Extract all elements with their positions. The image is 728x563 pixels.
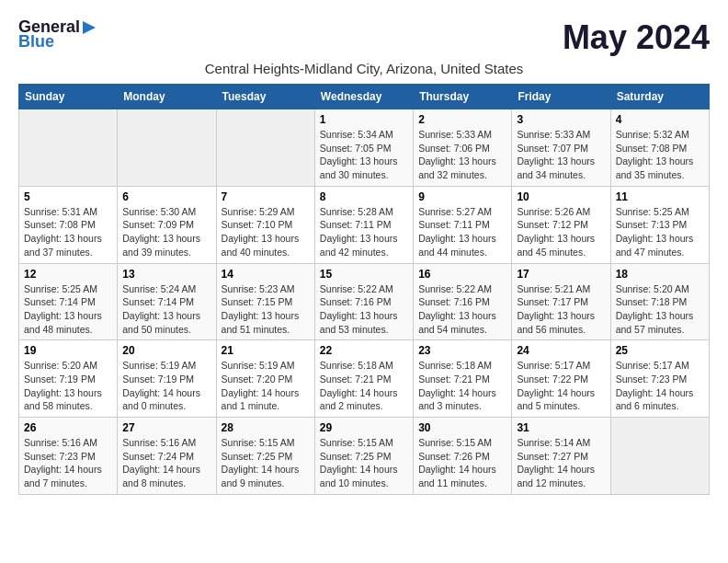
logo: General Blue [18, 18, 97, 52]
day-info: Sunrise: 5:14 AM Sunset: 7:27 PM Dayligh… [517, 436, 605, 490]
calendar-cell: 5Sunrise: 5:31 AM Sunset: 7:08 PM Daylig… [19, 186, 118, 263]
calendar-cell: 8Sunrise: 5:28 AM Sunset: 7:11 PM Daylig… [314, 186, 413, 263]
day-info: Sunrise: 5:25 AM Sunset: 7:13 PM Dayligh… [616, 205, 704, 259]
day-number: 4 [616, 113, 704, 126]
day-info: Sunrise: 5:30 AM Sunset: 7:09 PM Dayligh… [122, 205, 210, 259]
location-title: Central Heights-Midland City, Arizona, U… [18, 61, 710, 76]
day-number: 8 [320, 190, 408, 203]
day-number: 22 [320, 344, 408, 357]
day-info: Sunrise: 5:21 AM Sunset: 7:17 PM Dayligh… [517, 282, 605, 337]
day-number: 29 [320, 421, 408, 434]
calendar-cell: 18Sunrise: 5:20 AM Sunset: 7:18 PM Dayli… [610, 263, 709, 340]
calendar-cell: 22Sunrise: 5:18 AM Sunset: 7:21 PM Dayli… [314, 340, 413, 418]
day-info: Sunrise: 5:22 AM Sunset: 7:16 PM Dayligh… [320, 282, 408, 337]
day-info: Sunrise: 5:26 AM Sunset: 7:12 PM Dayligh… [517, 205, 605, 259]
day-number: 23 [418, 344, 506, 357]
day-number: 7 [222, 190, 310, 203]
calendar-cell: 20Sunrise: 5:19 AM Sunset: 7:19 PM Dayli… [118, 340, 216, 418]
calendar-cell: 11Sunrise: 5:25 AM Sunset: 7:13 PM Dayli… [610, 186, 709, 263]
day-info: Sunrise: 5:33 AM Sunset: 7:06 PM Dayligh… [418, 128, 506, 182]
day-of-week-header: Wednesday [314, 85, 413, 109]
calendar-table: SundayMondayTuesdayWednesdayThursdayFrid… [18, 84, 710, 495]
calendar-cell: 1Sunrise: 5:34 AM Sunset: 7:05 PM Daylig… [314, 109, 413, 187]
day-info: Sunrise: 5:31 AM Sunset: 7:08 PM Dayligh… [24, 205, 112, 259]
day-number: 6 [122, 190, 210, 203]
calendar-cell: 4Sunrise: 5:32 AM Sunset: 7:08 PM Daylig… [610, 109, 709, 187]
day-number: 5 [24, 190, 112, 203]
day-info: Sunrise: 5:22 AM Sunset: 7:16 PM Dayligh… [418, 282, 506, 337]
day-number: 12 [24, 268, 112, 281]
day-number: 21 [222, 344, 310, 357]
day-number: 1 [320, 113, 408, 126]
day-info: Sunrise: 5:17 AM Sunset: 7:23 PM Dayligh… [616, 359, 704, 413]
day-number: 31 [517, 421, 605, 434]
day-info: Sunrise: 5:29 AM Sunset: 7:10 PM Dayligh… [222, 205, 310, 259]
day-of-week-header: Thursday [414, 85, 512, 109]
day-number: 18 [616, 268, 704, 281]
calendar-week-row: 1Sunrise: 5:34 AM Sunset: 7:05 PM Daylig… [19, 109, 710, 187]
day-info: Sunrise: 5:34 AM Sunset: 7:05 PM Dayligh… [320, 128, 408, 182]
calendar-cell: 15Sunrise: 5:22 AM Sunset: 7:16 PM Dayli… [314, 263, 413, 340]
day-info: Sunrise: 5:17 AM Sunset: 7:22 PM Dayligh… [517, 359, 605, 413]
day-number: 20 [122, 344, 210, 357]
day-of-week-header: Monday [118, 85, 216, 109]
calendar-cell [118, 109, 216, 187]
day-number: 28 [222, 421, 310, 434]
calendar-cell: 6Sunrise: 5:30 AM Sunset: 7:09 PM Daylig… [118, 186, 216, 263]
calendar-cell: 17Sunrise: 5:21 AM Sunset: 7:17 PM Dayli… [512, 263, 610, 340]
calendar-cell [19, 109, 118, 187]
day-info: Sunrise: 5:23 AM Sunset: 7:15 PM Dayligh… [222, 282, 310, 337]
day-number: 10 [517, 190, 605, 203]
calendar-week-row: 26Sunrise: 5:16 AM Sunset: 7:23 PM Dayli… [19, 418, 710, 495]
day-number: 25 [616, 344, 704, 357]
day-number: 16 [418, 268, 506, 281]
day-number: 15 [320, 268, 408, 281]
calendar-cell: 13Sunrise: 5:24 AM Sunset: 7:14 PM Dayli… [118, 263, 216, 340]
day-info: Sunrise: 5:15 AM Sunset: 7:26 PM Dayligh… [418, 436, 506, 490]
day-of-week-header: Friday [512, 85, 610, 109]
day-info: Sunrise: 5:19 AM Sunset: 7:19 PM Dayligh… [122, 359, 210, 413]
logo-blue-text: Blue [18, 33, 97, 52]
day-number: 13 [122, 268, 210, 281]
calendar-cell: 16Sunrise: 5:22 AM Sunset: 7:16 PM Dayli… [414, 263, 512, 340]
calendar-cell: 31Sunrise: 5:14 AM Sunset: 7:27 PM Dayli… [512, 418, 610, 495]
calendar-cell: 28Sunrise: 5:15 AM Sunset: 7:25 PM Dayli… [216, 418, 314, 495]
day-number: 11 [616, 190, 704, 203]
day-info: Sunrise: 5:27 AM Sunset: 7:11 PM Dayligh… [418, 205, 506, 259]
day-of-week-header: Saturday [610, 85, 709, 109]
day-info: Sunrise: 5:15 AM Sunset: 7:25 PM Dayligh… [222, 436, 310, 490]
calendar-cell: 24Sunrise: 5:17 AM Sunset: 7:22 PM Dayli… [512, 340, 610, 418]
calendar-cell: 30Sunrise: 5:15 AM Sunset: 7:26 PM Dayli… [414, 418, 512, 495]
calendar-cell: 9Sunrise: 5:27 AM Sunset: 7:11 PM Daylig… [414, 186, 512, 263]
page-header: General Blue May 2024 [18, 18, 710, 57]
day-info: Sunrise: 5:20 AM Sunset: 7:19 PM Dayligh… [24, 359, 112, 413]
day-info: Sunrise: 5:18 AM Sunset: 7:21 PM Dayligh… [320, 359, 408, 413]
day-number: 24 [517, 344, 605, 357]
day-number: 9 [418, 190, 506, 203]
day-number: 14 [222, 268, 310, 281]
day-info: Sunrise: 5:18 AM Sunset: 7:21 PM Dayligh… [418, 359, 506, 413]
calendar-cell: 25Sunrise: 5:17 AM Sunset: 7:23 PM Dayli… [610, 340, 709, 418]
day-of-week-header: Tuesday [216, 85, 314, 109]
day-info: Sunrise: 5:25 AM Sunset: 7:14 PM Dayligh… [24, 282, 112, 337]
calendar-cell: 2Sunrise: 5:33 AM Sunset: 7:06 PM Daylig… [414, 109, 512, 187]
calendar-cell: 3Sunrise: 5:33 AM Sunset: 7:07 PM Daylig… [512, 109, 610, 187]
day-info: Sunrise: 5:20 AM Sunset: 7:18 PM Dayligh… [616, 282, 704, 337]
day-info: Sunrise: 5:28 AM Sunset: 7:11 PM Dayligh… [320, 205, 408, 259]
calendar-cell: 26Sunrise: 5:16 AM Sunset: 7:23 PM Dayli… [19, 418, 118, 495]
header-row: SundayMondayTuesdayWednesdayThursdayFrid… [19, 85, 710, 109]
calendar-week-row: 19Sunrise: 5:20 AM Sunset: 7:19 PM Dayli… [19, 340, 710, 418]
day-info: Sunrise: 5:15 AM Sunset: 7:25 PM Dayligh… [320, 436, 408, 490]
calendar-cell: 29Sunrise: 5:15 AM Sunset: 7:25 PM Dayli… [314, 418, 413, 495]
day-of-week-header: Sunday [19, 85, 118, 109]
month-title: May 2024 [563, 18, 710, 57]
calendar-cell: 27Sunrise: 5:16 AM Sunset: 7:24 PM Dayli… [118, 418, 216, 495]
day-number: 30 [418, 421, 506, 434]
calendar-week-row: 12Sunrise: 5:25 AM Sunset: 7:14 PM Dayli… [19, 263, 710, 340]
calendar-week-row: 5Sunrise: 5:31 AM Sunset: 7:08 PM Daylig… [19, 186, 710, 263]
day-info: Sunrise: 5:24 AM Sunset: 7:14 PM Dayligh… [122, 282, 210, 337]
calendar-cell [216, 109, 314, 187]
day-number: 2 [418, 113, 506, 126]
day-info: Sunrise: 5:33 AM Sunset: 7:07 PM Dayligh… [517, 128, 605, 182]
day-number: 17 [517, 268, 605, 281]
